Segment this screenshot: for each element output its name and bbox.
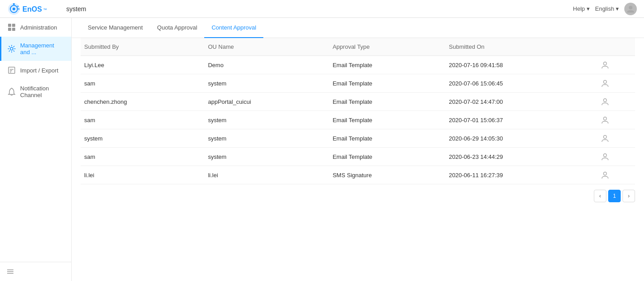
row-action-icon[interactable] <box>601 171 631 179</box>
col-ou-name: OU Name <box>204 38 329 56</box>
avatar-icon <box>626 4 635 13</box>
person-icon <box>601 153 609 161</box>
cell-action <box>597 166 635 184</box>
table-row: samsystemEmail Template2020-07-01 15:06:… <box>81 111 635 129</box>
cell-approval-type: Email Template <box>329 74 446 93</box>
table-header-row: Submitted By OU Name Approval Type Submi… <box>81 38 635 56</box>
pagination-page-1[interactable]: 1 <box>608 190 621 202</box>
person-icon <box>601 171 609 179</box>
cell-ou-name: appPortal_cuicui <box>204 93 329 111</box>
cell-submitted-by: system <box>81 129 204 148</box>
row-action-icon[interactable] <box>601 153 631 161</box>
row-action-icon[interactable] <box>601 79 631 87</box>
table-row: chenchen.zhongappPortal_cuicuiEmail Temp… <box>81 93 635 111</box>
cell-submitted-on: 2020-06-11 16:27:39 <box>445 166 597 184</box>
topbar: EnOS ™ ™ system Help ▾ English ▾ <box>0 0 644 18</box>
cell-submitted-by: sam <box>81 74 204 93</box>
svg-rect-11 <box>12 24 15 27</box>
tab-quota-approval[interactable]: Quota Approval <box>150 18 205 38</box>
cell-submitted-on: 2020-07-01 15:06:37 <box>445 111 597 129</box>
cell-action <box>597 111 635 129</box>
svg-point-23 <box>603 81 606 84</box>
svg-rect-12 <box>8 28 11 31</box>
col-submitted-on: Submitted On <box>445 38 597 56</box>
cell-submitted-by: sam <box>81 148 204 166</box>
table-row: samsystemEmail Template2020-07-06 15:06:… <box>81 74 635 93</box>
table-row: systemsystemEmail Template2020-06-29 14:… <box>81 129 635 148</box>
sidebar-label-notification: Notification Channel <box>20 85 65 98</box>
person-icon <box>601 61 609 69</box>
svg-point-26 <box>603 136 606 139</box>
col-actions <box>597 38 635 56</box>
cell-ou-name: system <box>204 74 329 93</box>
cell-submitted-by: Liyi.Lee <box>81 56 204 74</box>
cell-action <box>597 93 635 111</box>
row-action-icon[interactable] <box>601 98 631 106</box>
svg-point-22 <box>603 62 606 65</box>
pagination-prev[interactable]: ‹ <box>594 190 606 202</box>
cell-ou-name: Demo <box>204 56 329 74</box>
row-action-icon[interactable] <box>601 134 631 142</box>
cell-action <box>597 74 635 93</box>
table-row: Liyi.LeeDemoEmail Template2020-07-16 09:… <box>81 56 635 74</box>
app-title: system <box>66 5 86 13</box>
notification-icon <box>8 88 16 96</box>
language-selector[interactable]: English ▾ <box>595 5 619 12</box>
person-icon <box>601 79 609 87</box>
cell-submitted-on: 2020-06-23 14:44:29 <box>445 148 597 166</box>
main-content: Service Management Quota Approval Conten… <box>72 18 644 281</box>
tab-content-approval[interactable]: Content Approval <box>204 18 263 38</box>
row-action-icon[interactable] <box>601 116 631 124</box>
cell-submitted-on: 2020-07-02 14:47:00 <box>445 93 597 111</box>
cell-submitted-on: 2020-06-29 14:05:30 <box>445 129 597 148</box>
cell-action <box>597 129 635 148</box>
sidebar-label-administration: Administration <box>20 24 57 31</box>
user-avatar[interactable] <box>624 3 637 15</box>
settings-icon <box>8 45 16 53</box>
person-icon <box>601 134 609 142</box>
sidebar-item-import-export[interactable]: Import / Export <box>0 61 71 80</box>
enos-logo-svg: EnOS ™ ™ <box>7 2 61 16</box>
logo: EnOS ™ ™ <box>7 2 61 16</box>
sidebar-item-notification[interactable]: Notification Channel <box>0 80 71 104</box>
cell-submitted-on: 2020-07-16 09:41:58 <box>445 56 597 74</box>
cell-ou-name: system <box>204 148 329 166</box>
sidebar-item-administration[interactable]: Administration <box>0 18 71 37</box>
svg-point-28 <box>603 172 606 175</box>
table-row: samsystemEmail Template2020-06-23 14:44:… <box>81 148 635 166</box>
col-submitted-by: Submitted By <box>81 38 204 56</box>
svg-point-24 <box>603 99 606 102</box>
person-icon <box>601 116 609 124</box>
cell-ou-name: system <box>204 111 329 129</box>
menu-icon[interactable] <box>6 268 14 276</box>
cell-action <box>597 148 635 166</box>
svg-rect-15 <box>9 67 15 73</box>
svg-point-4 <box>17 5 19 7</box>
sidebar: Administration Management and ... Import… <box>0 0 72 281</box>
sidebar-item-management[interactable]: Management and ... <box>0 37 71 61</box>
cell-submitted-by: li.lei <box>81 166 204 184</box>
svg-point-25 <box>603 117 606 120</box>
sidebar-label-management: Management and ... <box>20 42 65 55</box>
cell-action <box>597 56 635 74</box>
grid-icon <box>8 23 16 31</box>
import-icon <box>8 66 16 74</box>
svg-point-27 <box>603 154 606 157</box>
cell-approval-type: SMS Signature <box>329 166 446 184</box>
topbar-right: Help ▾ English ▾ <box>573 3 637 15</box>
cell-ou-name: li.lei <box>204 166 329 184</box>
tab-service-management[interactable]: Service Management <box>81 18 150 38</box>
row-action-icon[interactable] <box>601 61 631 69</box>
sidebar-bottom <box>0 262 71 281</box>
pagination-next[interactable]: › <box>623 190 635 202</box>
svg-rect-10 <box>8 24 11 27</box>
pagination: ‹ 1 › <box>72 184 644 208</box>
svg-point-14 <box>10 47 13 50</box>
tab-bar: Service Management Quota Approval Conten… <box>72 18 644 38</box>
help-button[interactable]: Help ▾ <box>573 5 589 12</box>
cell-approval-type: Email Template <box>329 129 446 148</box>
cell-approval-type: Email Template <box>329 111 446 129</box>
cell-submitted-by: sam <box>81 111 204 129</box>
table-container: Submitted By OU Name Approval Type Submi… <box>72 38 644 184</box>
person-icon <box>601 98 609 106</box>
